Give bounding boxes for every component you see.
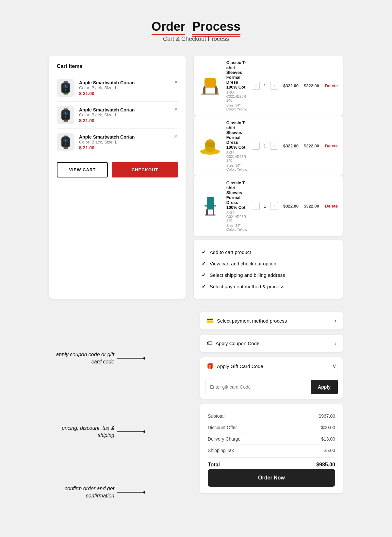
select-payment-left: 💳 Select payment method process — [206, 317, 287, 324]
gift-card-header[interactable]: 🎁 Apply Gift Card Code ∨ — [200, 357, 343, 375]
checkout-button[interactable]: CHECKOUT — [112, 162, 178, 177]
product-size-color: Size: 34", Color: Yellow — [226, 224, 247, 231]
annotation-pricing-arrow — [117, 431, 143, 432]
svg-rect-8 — [63, 109, 68, 110]
product-name: Classic T-shirt Sleeves Formal Dress 100… — [226, 60, 247, 90]
qty-minus-button[interactable]: − — [252, 202, 260, 210]
cart-item-name: Apple Smartwatch Corian — [79, 107, 178, 112]
product-unit-price: $322.00 — [283, 83, 299, 88]
coupon-left: 🏷 Apply Coupon Code — [206, 340, 259, 347]
cart-item-remove-button[interactable]: ✕ — [174, 79, 178, 85]
svg-point-13 — [65, 116, 67, 118]
title-highlight: Process — [192, 20, 240, 34]
cart-item-info: Apple Smartwatch Corian Color: Black, Si… — [79, 107, 178, 123]
arrow-line-inner-3 — [117, 492, 143, 493]
title-normal: Order — [152, 20, 185, 34]
gift-card-input[interactable] — [205, 380, 311, 394]
product-name: Classic T-shirt Sleeves Formal Dress 100… — [226, 180, 247, 210]
product-controls: − 1 + $322.00 $322.00 Delete — [252, 142, 338, 150]
product-controls: − 1 + $322.00 $322.00 Delete — [252, 82, 338, 90]
product-sku: SKU: C0214D25R-140 — [226, 211, 247, 223]
pricing-row: Discount Offer$00.00 — [208, 422, 335, 433]
product-thumbnail — [199, 74, 222, 97]
feature-text: Select shipping and billing address — [210, 272, 285, 278]
view-cart-button[interactable]: VIEW CART — [57, 162, 108, 177]
qty-value: 1 — [262, 204, 268, 209]
annotation-coupon: apply coupon code or gift card code — [49, 351, 192, 366]
cart-item-price: $ 31.00 — [79, 118, 178, 123]
cart-item-price: $ 31.00 — [79, 145, 178, 150]
annotation-pricing-text: pricing, discount, tax & shiping — [49, 425, 114, 439]
cart-buttons: VIEW CART CHECKOUT — [57, 162, 178, 177]
gift-card-apply-button[interactable]: Apply — [311, 380, 338, 394]
pricing-row: Subtotal$967.00 — [208, 411, 335, 422]
cart-item-remove-button[interactable]: ✕ — [174, 106, 178, 112]
feature-item: ✓Add to cart product — [202, 246, 335, 258]
cart-item-meta: Color: Black, Size: L — [79, 85, 178, 90]
product-unit-price: $322.00 — [283, 143, 299, 148]
product-thumbnail — [199, 194, 222, 217]
svg-rect-35 — [204, 205, 216, 207]
product-name: Classic T-shirt Sleeves Formal Dress 100… — [226, 120, 247, 150]
gift-card-left: 🎁 Apply Gift Card Code — [206, 362, 263, 370]
order-now-button[interactable]: Order Now — [208, 469, 335, 487]
cart-item-remove-button[interactable]: ✕ — [174, 133, 178, 140]
qty-plus-button[interactable]: + — [270, 202, 278, 210]
cart-item: Apple Smartwatch Corian Color: Black, Si… — [57, 75, 178, 102]
product-delete-button[interactable]: Delete — [325, 83, 338, 88]
qty-minus-button[interactable]: − — [252, 82, 260, 90]
cart-item-name: Apple Smartwatch Corian — [79, 134, 178, 140]
checkmark-icon: ✓ — [202, 283, 206, 290]
feature-item: ✓Select payment method & process — [202, 281, 335, 292]
feature-item: ✓Select shipping and billing address — [202, 269, 335, 281]
svg-rect-36 — [206, 209, 208, 215]
cart-item-image — [57, 133, 74, 151]
pricing-row: Shipping Tax$5.00 — [208, 445, 335, 456]
cart-item-meta: Color: Black, Size: L — [79, 112, 178, 117]
pricing-rows: Subtotal$967.00Discount Offer$00.00Deliv… — [208, 411, 335, 456]
svg-rect-28 — [204, 86, 205, 90]
product-sku: SKU: C0214D25R-140 — [226, 151, 247, 162]
coupon-chevron: › — [335, 340, 336, 347]
annotation-col: apply coupon code or gift card code pric… — [49, 312, 192, 519]
pricing-label: Discount Offer — [208, 425, 237, 430]
payment-chevron: › — [335, 317, 336, 324]
qty-plus-button[interactable]: + — [270, 82, 278, 90]
product-delete-button[interactable]: Delete — [325, 143, 338, 148]
coupon-row[interactable]: 🏷 Apply Coupon Code › — [200, 335, 343, 352]
product-size-color: Size: 34", Color: Yellow — [226, 103, 247, 111]
svg-point-21 — [65, 143, 67, 145]
feature-text: Add to cart product — [210, 249, 251, 255]
gift-card-icon: 🎁 — [206, 362, 214, 370]
features-panel: ✓Add to cart product✓View cart and check… — [194, 240, 343, 299]
cart-item-price: $ 31.00 — [79, 91, 178, 96]
cart-panel: Cart Items Apple Smartwatch Corian Color… — [49, 56, 186, 299]
cart-item-meta: Color: Black, Size: L — [79, 140, 178, 144]
pricing-row: Delivery Charge$13.00 — [208, 433, 335, 445]
annotation-confirm: confirm order and get confirmation — [49, 485, 192, 500]
cart-panel-title: Cart Items — [57, 63, 178, 69]
annotation-coupon-arrow — [117, 358, 143, 359]
qty-minus-button[interactable]: − — [252, 142, 260, 150]
checkmark-icon: ✓ — [202, 260, 206, 267]
svg-rect-29 — [215, 86, 217, 90]
product-card: Classic T-shirt Sleeves Formal Dress 100… — [194, 56, 343, 116]
feature-text: View cart and check out option — [210, 261, 276, 266]
cart-items-list: Apple Smartwatch Corian Color: Black, Si… — [57, 75, 178, 156]
product-delete-button[interactable]: Delete — [325, 204, 338, 209]
pricing-value: $13.00 — [321, 436, 335, 442]
annotation-pricing: pricing, discount, tax & shiping — [49, 425, 192, 439]
svg-rect-30 — [201, 93, 219, 95]
select-payment-row[interactable]: 💳 Select payment method process › — [200, 312, 343, 329]
coupon-label: Apply Coupon Code — [216, 341, 259, 346]
page-subtitle: Cart & Checkout Process — [49, 36, 343, 42]
cart-item-image — [57, 79, 74, 97]
annotation-confirm-arrow — [117, 492, 143, 493]
qty-plus-button[interactable]: + — [270, 142, 278, 150]
arrow-line-inner-2 — [117, 431, 143, 432]
page-title: Order Process — [49, 20, 343, 34]
svg-rect-25 — [205, 86, 215, 88]
total-value: $985.00 — [316, 462, 335, 468]
title-underline — [192, 34, 240, 35]
svg-rect-17 — [63, 147, 68, 149]
